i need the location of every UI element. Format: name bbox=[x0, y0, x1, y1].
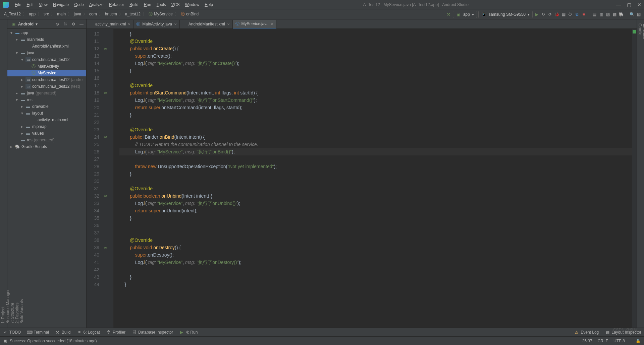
code-line[interactable]: public boolean onUnbind(Intent intent) { bbox=[119, 192, 632, 200]
editor-tab-activity_main-xml[interactable]: activity_main.xml✕ bbox=[87, 20, 133, 28]
menu-vcs[interactable]: VCS bbox=[169, 2, 182, 7]
code-line[interactable]: @Override bbox=[119, 126, 632, 133]
tree-node-mipmap[interactable]: ▸▬mipmap bbox=[7, 123, 86, 130]
code-line[interactable]: } bbox=[119, 281, 632, 288]
attach-debugger-icon[interactable]: ⧉ bbox=[574, 12, 580, 17]
code-line[interactable]: Log.i( tag: "MyService", msg: "执行了onDest… bbox=[119, 259, 632, 266]
tree-node-manifests[interactable]: ▾▬manifests bbox=[7, 36, 86, 43]
debug-icon[interactable]: 🐞 bbox=[554, 12, 559, 17]
code-line[interactable]: } bbox=[119, 111, 632, 119]
editor-tab-mainactivity-java[interactable]: ⓒMainActivity.java✕ bbox=[133, 20, 179, 28]
project-tree[interactable]: ▾▬app▾▬manifestsAndroidManifest.xml▾▬jav… bbox=[7, 29, 86, 328]
profiler-icon[interactable]: ⏱ bbox=[568, 12, 573, 17]
code-line[interactable]: return super.onStartCommand(intent, flag… bbox=[119, 104, 632, 111]
avd-manager-icon[interactable]: ▤ bbox=[592, 12, 597, 17]
code-line[interactable]: throw new UnsupportedOperationException(… bbox=[119, 163, 632, 170]
code-line[interactable]: } bbox=[119, 214, 632, 222]
caret-position[interactable]: 25:37 bbox=[582, 339, 592, 343]
search-icon[interactable]: 🔍 bbox=[629, 12, 635, 17]
menu-code[interactable]: Code bbox=[71, 2, 87, 7]
breadcrumbs[interactable]: A_Test12〉app〉src〉main〉java〉com〉hnucm〉a_t… bbox=[3, 11, 200, 17]
code-line[interactable]: Log.i( tag: "MyService", msg: "执行了onUnbi… bbox=[119, 200, 632, 207]
apply-code-icon[interactable]: ⟳ bbox=[547, 12, 553, 17]
code-line[interactable]: Log.i( tag: "MyService", msg: "执行了onCrea… bbox=[119, 60, 632, 67]
close-tab-icon[interactable]: ✕ bbox=[174, 22, 177, 26]
tree-node-layout[interactable]: ▾▬layout bbox=[7, 110, 86, 117]
tree-node-java[interactable]: ▾▬java bbox=[7, 50, 86, 56]
tree-node-java[interactable]: ▸▬java(generated) bbox=[7, 90, 86, 96]
run-icon[interactable]: ▶ bbox=[534, 12, 539, 17]
expand-collapse-icon[interactable]: ⇅ bbox=[63, 21, 68, 27]
breadcrumb-item[interactable]: hnucm bbox=[104, 12, 118, 16]
bottom-tool-4-run[interactable]: ▶4: Run bbox=[179, 330, 198, 335]
left-tool-7-structure[interactable]: 7: Structure bbox=[10, 289, 15, 324]
code-line[interactable]: } bbox=[119, 170, 632, 178]
bottom-tool-database-inspector[interactable]: 🗄Database Inspector bbox=[131, 330, 173, 335]
menu-window[interactable]: Window bbox=[182, 2, 202, 7]
code-line[interactable] bbox=[119, 222, 632, 229]
code-line[interactable] bbox=[119, 178, 632, 185]
layout-inspector-icon[interactable]: ▩ bbox=[612, 12, 617, 17]
code-line[interactable] bbox=[119, 119, 632, 126]
tree-node-app[interactable]: ▾▬app bbox=[7, 29, 86, 36]
device-selector[interactable]: 📱 samsung SM-G9550 ▾ bbox=[478, 11, 533, 18]
hide-icon[interactable]: — bbox=[79, 21, 84, 27]
code-line[interactable]: } bbox=[119, 67, 632, 74]
tree-node-gradle-scripts[interactable]: ▸🐘Gradle Scripts bbox=[7, 143, 86, 150]
override-gutter-icon[interactable]: o↑ bbox=[103, 192, 109, 200]
settings-icon[interactable]: ▧ bbox=[636, 12, 641, 17]
left-tool-2-favorites[interactable]: 2: Favorites bbox=[15, 289, 19, 324]
code-line[interactable] bbox=[119, 229, 632, 236]
code-line[interactable]: public void onCreate() { bbox=[119, 45, 632, 52]
status-icon[interactable]: ▣ bbox=[3, 339, 7, 343]
coverage-icon[interactable]: ▦ bbox=[561, 12, 566, 17]
bottom-tool-profiler[interactable]: ⏱Profiler bbox=[106, 330, 125, 335]
code-line[interactable]: } bbox=[119, 273, 632, 281]
close-tab-icon[interactable]: ✕ bbox=[128, 22, 130, 26]
maximize-button[interactable]: ▢ bbox=[627, 2, 631, 7]
tree-node-androidmanifest-xml[interactable]: AndroidManifest.xml bbox=[7, 43, 86, 50]
breadcrumb-item[interactable]: app bbox=[28, 12, 37, 16]
lock-icon[interactable]: 🔒 bbox=[636, 339, 641, 343]
code-line[interactable]: super.onDestroy(); bbox=[119, 251, 632, 259]
code-area[interactable]: } @Override public void onCreate() { sup… bbox=[113, 29, 632, 328]
menu-refactor[interactable]: Refactor bbox=[106, 2, 127, 7]
tree-node-com-hnucm-a_test12[interactable]: ▸▭com.hnucm.a_test12(andro bbox=[7, 76, 86, 83]
bottom-tool-6-logcat[interactable]: ≡6: Logcat bbox=[77, 330, 100, 335]
sync-icon[interactable]: 🐘 bbox=[619, 12, 624, 17]
build-hammer-icon[interactable]: ⚒ bbox=[446, 12, 451, 17]
tree-node-res[interactable]: ▾▬res bbox=[7, 96, 86, 103]
menu-edit[interactable]: Edit bbox=[24, 2, 36, 7]
resource-manager-icon[interactable]: ▨ bbox=[605, 12, 610, 17]
bottom-tool-event-log[interactable]: ⚠Event Log bbox=[574, 330, 599, 335]
breadcrumb-item[interactable]: main bbox=[56, 12, 67, 16]
tree-node-activity_main-xml[interactable]: activity_main.xml bbox=[7, 117, 86, 123]
code-line[interactable]: @Override bbox=[119, 82, 632, 89]
tree-node-values[interactable]: ▸▬values bbox=[7, 130, 86, 137]
bottom-tool-todo[interactable]: ✓TODO bbox=[3, 330, 21, 335]
scrollbar-map[interactable] bbox=[632, 29, 637, 328]
code-line[interactable]: @Override bbox=[119, 38, 632, 45]
line-separator[interactable]: CRLF bbox=[598, 339, 608, 343]
code-line[interactable]: Log.i( tag: "MyService", msg: "执行了onBind… bbox=[119, 148, 632, 155]
override-gutter-icon[interactable]: o↑ bbox=[103, 89, 109, 96]
breadcrumb-class[interactable]: MyService bbox=[147, 12, 174, 16]
left-tool-1-project[interactable]: 1: Project bbox=[1, 289, 5, 324]
breadcrumb-item[interactable]: A_Test12 bbox=[3, 12, 22, 16]
override-gutter-icon[interactable]: o↑ bbox=[103, 244, 109, 251]
project-view-selector[interactable]: ▣ Android ▾ bbox=[9, 21, 39, 27]
left-tool-build-variants[interactable]: Build Variants bbox=[19, 289, 24, 324]
close-tab-icon[interactable]: ✕ bbox=[271, 22, 273, 26]
bottom-tool-build[interactable]: ⚒Build bbox=[55, 330, 71, 335]
code-line[interactable]: } bbox=[119, 30, 632, 38]
code-line[interactable]: public int onStartCommand(Intent intent,… bbox=[119, 89, 632, 96]
code-line[interactable] bbox=[119, 266, 632, 273]
code-line[interactable]: // TODO: Return the communication channe… bbox=[119, 141, 632, 148]
tree-node-com-hnucm-a_test12[interactable]: ▸▭com.hnucm.a_test12(test) bbox=[7, 83, 86, 90]
menu-tools[interactable]: Tools bbox=[154, 2, 169, 7]
gear-icon[interactable]: ⚙ bbox=[71, 21, 76, 27]
breadcrumb-item[interactable]: com bbox=[88, 12, 98, 16]
editor-tab-androidmanifest-xml[interactable]: AndroidManifest.xml✕ bbox=[180, 20, 233, 28]
override-gutter-icon[interactable]: o↑ bbox=[103, 133, 109, 141]
file-encoding[interactable]: UTF-8 bbox=[613, 339, 625, 343]
